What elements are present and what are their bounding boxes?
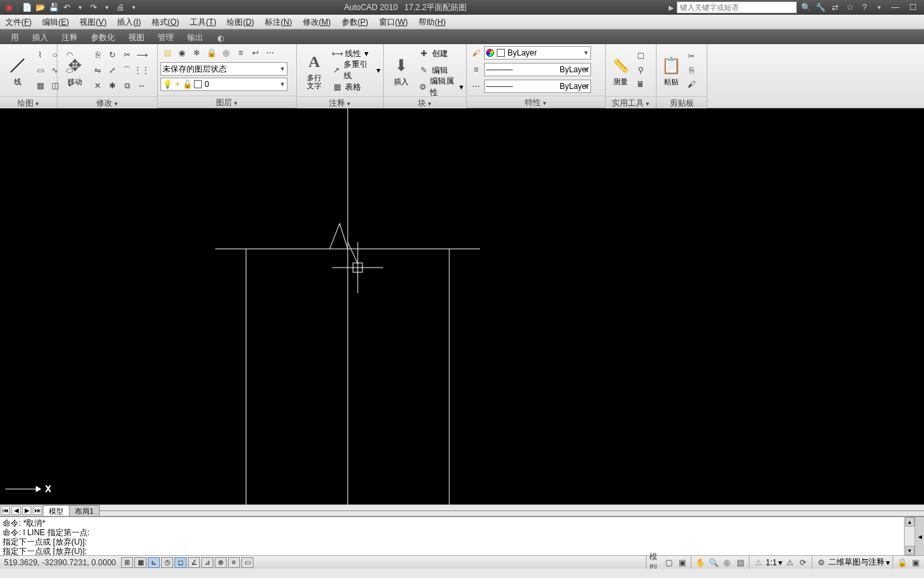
cut-tool[interactable]: ✂ (685, 50, 698, 63)
layer-lock-tool[interactable]: 🔒 (205, 46, 218, 60)
line-tool[interactable]: 线 (3, 45, 32, 95)
osnap-toggle[interactable]: ◻ (175, 557, 187, 568)
layer-prev-tool[interactable]: ↩ (249, 46, 262, 60)
help-drop[interactable]: ▼ (873, 1, 885, 13)
dyn-toggle[interactable]: ⊕ (215, 557, 227, 568)
exchange-icon[interactable]: ⇄ (829, 1, 841, 13)
undo-drop[interactable]: ▼ (74, 1, 86, 13)
redo-drop[interactable]: ▼ (101, 1, 113, 13)
tab-last[interactable]: ⏭ (33, 506, 42, 515)
snap-toggle[interactable]: ⊞ (121, 557, 133, 568)
menu-modify[interactable]: 修改(M) (298, 15, 336, 29)
command-window[interactable]: 命令: *取消* 命令: l LINE 指定第一点: 指定下一点或 [放弃(U)… (0, 516, 924, 555)
mleader-tool[interactable]: ↗多重引线 ▾ (330, 63, 380, 78)
ribbon-ext-icon[interactable]: ◐ (214, 32, 227, 44)
table-tool[interactable]: ▦表格 (330, 80, 380, 94)
tab-view[interactable]: 视图 (122, 31, 151, 44)
measure-tool[interactable]: 📏 测量 (608, 45, 632, 95)
new-button[interactable]: 📄 (21, 1, 33, 13)
scroll-up[interactable]: ▲ (905, 517, 915, 526)
coordinates[interactable]: 519.3629, -32390.7231, 0.0000 (0, 558, 120, 567)
ltype-combo[interactable]: ByLayer▼ (484, 80, 591, 93)
cmd-grip[interactable]: ◂ (915, 517, 924, 555)
workspace[interactable]: 二维草图与注释 (828, 557, 885, 568)
tab-prev[interactable]: ◀ (11, 506, 21, 515)
tab-first[interactable]: ⏮ (1, 506, 10, 515)
layer-current-combo[interactable]: 💡 ☀ 🔓 0▼ (160, 78, 287, 91)
layer-freeze-tool[interactable]: ❄ (190, 46, 203, 60)
undo-button[interactable]: ↶ (61, 1, 73, 13)
menu-insert[interactable]: 插入(I) (112, 15, 146, 29)
extend-tool[interactable]: ⟶ (135, 48, 148, 62)
layer-state-combo[interactable]: 未保存的图层状态▼ (160, 62, 287, 76)
showmotion-btn[interactable]: ▤ (734, 557, 746, 568)
scale-tool[interactable]: ⤢ (106, 64, 119, 77)
mtext-tool[interactable]: A 多行 文字 (300, 45, 329, 95)
menu-tools[interactable]: 工具(T) (185, 15, 221, 29)
menu-edit[interactable]: 编辑(E) (37, 15, 74, 29)
lweight-combo[interactable]: ByLayer▼ (484, 63, 591, 76)
qat-drop[interactable]: ▼ (128, 1, 140, 13)
cmd-scrollbar[interactable]: ▲ ▼ (904, 517, 915, 555)
block-create-tool[interactable]: ✚创建 (417, 46, 463, 61)
polar-toggle[interactable]: ◷ (161, 557, 173, 568)
hw-accel-btn[interactable]: ▣ (909, 557, 921, 568)
matchprop-tool[interactable]: 🖌 (469, 46, 483, 60)
layer-off-tool[interactable]: ◉ (175, 46, 189, 60)
minimize-button[interactable]: — (888, 1, 903, 13)
save-button[interactable]: 💾 (47, 1, 60, 13)
color-combo[interactable]: ByLayer▼ (484, 46, 591, 60)
stretch-tool[interactable]: ↔ (135, 79, 148, 92)
steer-btn[interactable]: ◎ (721, 557, 733, 568)
menu-param[interactable]: 参数(P) (336, 15, 374, 29)
fillet-tool[interactable]: ⌒ (120, 64, 134, 77)
select-tool[interactable]: ☐ (634, 50, 647, 63)
menu-window[interactable]: 窗口(W) (374, 15, 413, 29)
annoscale[interactable]: 1:1 (766, 558, 777, 567)
layer-match-tool[interactable]: ≡ (234, 46, 247, 60)
menu-draw[interactable]: 绘图(D) (221, 15, 259, 29)
print-button[interactable]: 🖨 (114, 1, 126, 13)
lwt-toggle[interactable]: ≡ (228, 557, 240, 568)
block-attr-tool[interactable]: ⚙编辑属性 ▾ (417, 80, 463, 94)
ltype-tool[interactable]: ⋯ (469, 80, 483, 93)
menu-format[interactable]: 格式(O) (146, 15, 185, 29)
qv-btn[interactable]: ▣ (676, 557, 688, 568)
redo-button[interactable]: ↷ (88, 1, 100, 13)
search-icon[interactable]: 🔍 (800, 1, 812, 13)
tab-parametric[interactable]: 参数化 (84, 31, 122, 44)
grid-toggle[interactable]: ▦ (134, 557, 146, 568)
copy-clip-tool[interactable]: ⎘ (685, 64, 698, 77)
ortho-toggle[interactable]: ⊾ (148, 557, 160, 568)
lweight-tool[interactable]: ≡ (469, 63, 483, 76)
rect-tool[interactable]: ▭ (33, 64, 47, 77)
drawing-canvas[interactable]: X (0, 108, 924, 504)
scroll-down[interactable]: ▼ (905, 546, 915, 555)
trim-tool[interactable]: ✂ (120, 48, 134, 62)
qselect-tool[interactable]: ⚲ (634, 64, 647, 77)
zoom-btn[interactable]: 🔍 (707, 557, 719, 568)
mirror-tool[interactable]: ⇋ (91, 64, 104, 77)
annoauto-btn[interactable]: ⟳ (797, 557, 809, 568)
tab-layout1[interactable]: 布局1 (69, 505, 100, 516)
calc-tool[interactable]: 🖩 (634, 78, 647, 91)
model-space-btn[interactable]: 模型 (649, 557, 661, 568)
offset-tool[interactable]: ⧉ (120, 79, 134, 92)
app-menu-button[interactable]: ▣ (3, 1, 15, 13)
tab-next[interactable]: ▶ (22, 506, 31, 515)
menu-view[interactable]: 视图(V) (74, 15, 112, 29)
erase-tool[interactable]: ✕ (91, 79, 104, 92)
hatch-tool[interactable]: ▦ (33, 79, 47, 92)
explode-tool[interactable]: ✱ (106, 79, 119, 92)
maximize-button[interactable]: ☐ (905, 1, 920, 13)
layout-btn[interactable]: ▢ (663, 557, 675, 568)
layer-props-tool[interactable]: ▤ (160, 46, 174, 60)
tab-insert[interactable]: 插入 (25, 31, 55, 44)
paste-tool[interactable]: 📋 粘贴 (659, 45, 683, 95)
tab-manage[interactable]: 管理 (151, 31, 181, 44)
annovis-btn[interactable]: ⚠ (784, 557, 796, 568)
layer-iso-tool[interactable]: ◎ (219, 46, 233, 60)
tab-home[interactable]: 用 (4, 31, 25, 44)
layer-more-tool[interactable]: ⋯ (263, 46, 277, 60)
menu-dim[interactable]: 标注(N) (259, 15, 298, 29)
